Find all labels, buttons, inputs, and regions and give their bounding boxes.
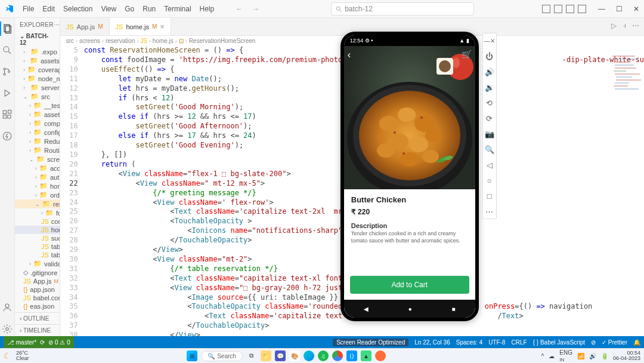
postman-app-icon[interactable] [375,350,386,361]
emu-overview-icon[interactable]: □ [483,191,496,201]
folder-item[interactable]: ⌄📁 screens [15,155,60,164]
task-view-icon[interactable]: ⧉ [246,350,257,361]
android-recent-icon[interactable]: ■ [451,306,455,312]
edge-app-icon[interactable] [304,350,314,361]
status-spaces[interactable]: Spaces: 4 [456,339,482,346]
folder-item[interactable]: ›📁 assets [15,110,60,119]
menu-go[interactable]: Go [121,4,138,14]
run-icon[interactable]: ▷ [611,21,617,30]
weather-widget[interactable]: 26°CClear [16,350,29,361]
split-icon[interactable]: ⫞ [623,21,626,30]
emulator-back-icon[interactable]: ‹ [348,50,351,60]
tray-datetime[interactable]: 00:5406-04-2023 [613,350,640,361]
emu-rotate-left-icon[interactable]: ⟲ [483,98,496,107]
emu-home-icon[interactable]: ○ [483,176,496,185]
start-icon[interactable]: ⊞ [187,350,197,361]
status-prettier[interactable]: ✓ Prettier [602,339,627,346]
layout-customize-icon[interactable] [578,5,586,13]
menu-edit[interactable]: Edit [39,4,58,14]
status-encoding[interactable]: UTF-8 [488,339,505,346]
emu-close-icon[interactable]: ✕ [490,38,495,44]
maximize-icon[interactable]: ☐ [616,5,623,13]
tray-battery-icon[interactable]: 🔋 [601,353,608,359]
status-bell-icon[interactable]: 🔔 [633,339,640,346]
folder-item[interactable]: ›📁 auth [15,173,60,182]
explorer-app-icon[interactable]: 📁 [261,350,271,361]
folder-item[interactable]: ›📁 .expo [15,47,60,56]
status-branch[interactable]: ⎇ master* ⟳ ⊘ 0 ⚠ 0 [4,336,74,348]
folder-item[interactable]: ›📁 Redux [15,137,60,146]
close-icon[interactable]: ✕ [633,5,639,13]
menu-terminal[interactable]: Terminal [160,4,194,14]
android-studio-app-icon[interactable]: ▲ [361,350,371,361]
status-eslint-icon[interactable]: ⊘ [591,339,596,346]
tray-volume-icon[interactable]: 🔊 [589,353,596,359]
tray-wifi-icon[interactable]: 📶 [577,353,584,359]
more-icon[interactable]: ⋯ [632,21,639,30]
android-home-icon[interactable]: ● [408,306,412,312]
emulator-cart-icon[interactable]: 🛒 [462,50,472,59]
project-name[interactable]: ⌄ BATCH-12 [15,32,60,47]
activity-debug-icon[interactable] [0,86,14,100]
file-item[interactable]: {} eas.json [15,302,60,310]
file-item[interactable]: JS babel.config.js [15,294,60,302]
folder-item[interactable]: ›📁 validationSchema [15,259,60,268]
explorer-more-icon[interactable]: ⋯ [54,21,60,28]
teams-app-icon[interactable]: 💬 [275,350,286,361]
emu-rotate-right-icon[interactable]: ⟳ [483,113,496,123]
folder-item[interactable]: ⌄📁 src [15,92,60,101]
folder-item[interactable]: ›📁 account [15,164,60,173]
file-item[interactable]: ◇ .gitignore [15,268,60,277]
emu-zoom-icon[interactable]: 🔍 [483,144,496,154]
chrome-app-icon[interactable] [332,350,343,361]
tab-close-icon[interactable]: × [160,22,165,31]
android-back-icon[interactable]: ◀ [364,306,369,312]
status-position[interactable]: Ln 22, Col 36 [414,339,450,346]
file-item[interactable]: JS tableType.js [15,251,60,259]
activity-extensions-icon[interactable] [0,107,14,122]
emu-screenshot-icon[interactable]: 📷 [483,129,496,139]
activity-account-icon[interactable] [0,300,14,315]
taskbar-search[interactable]: 🔍 Search [201,351,243,361]
file-item[interactable]: JS tableReservation... [15,242,60,251]
activity-scm-icon[interactable] [0,64,14,79]
layout-right-icon[interactable] [566,5,574,13]
menu-selection[interactable]: Selection [60,4,96,14]
folder-item[interactable]: ›📁 node_modules [15,74,60,83]
file-item[interactable]: {} app.json [15,285,60,294]
tray-onedrive-icon[interactable]: ☁ [549,353,555,359]
emu-minimize-icon[interactable]: — [484,38,490,44]
menu-help[interactable]: Help [196,4,218,14]
layout-bottom-icon[interactable] [554,5,562,13]
folder-item[interactable]: ›📁 server [15,83,60,92]
emu-volume-up-icon[interactable]: 🔊 [483,67,496,76]
folder-item[interactable]: ›📁 components [15,119,60,128]
activity-settings-icon[interactable] [0,322,14,336]
nav-back[interactable]: ← [232,4,246,14]
minimap[interactable] [611,54,644,173]
tray-lang[interactable]: ENGIN [559,349,572,362]
status-screen-reader[interactable]: Screen Reader Optimized [333,339,408,346]
tab-app-js[interactable]: JS App.js M [60,18,110,35]
minimize-icon[interactable]: — [598,5,605,13]
tab-home-js[interactable]: JS home.js M × [110,18,171,35]
folder-item[interactable]: ⌄📁 reservation● [15,199,60,208]
folder-item[interactable]: ›📁 Routing [15,146,60,155]
file-item[interactable]: JS successfulReserv... [15,234,60,242]
file-item[interactable]: JS App.jsM [15,277,60,285]
copilot-app-icon[interactable]: 🎨 [289,350,300,361]
folder-item[interactable]: ›📁 config [15,128,60,137]
emu-more-icon[interactable]: ⋯ [483,207,496,216]
activity-explorer-icon[interactable] [0,21,14,36]
menu-view[interactable]: View [97,4,120,14]
menu-file[interactable]: File [19,4,38,14]
menu-run[interactable]: Run [139,4,159,14]
folder-item[interactable]: ›📁 coverage [15,65,60,74]
emu-volume-down-icon[interactable]: 🔉 [483,82,496,92]
emu-back-icon[interactable]: ◁ [483,160,496,170]
activity-thunder-icon[interactable] [0,129,14,143]
folder-item[interactable]: ›📁 homeScreens [15,182,60,190]
nav-forward[interactable]: → [249,4,263,14]
activity-search-icon[interactable] [0,43,14,57]
vscode-app-icon[interactable]: ⟨⟩ [346,350,357,361]
